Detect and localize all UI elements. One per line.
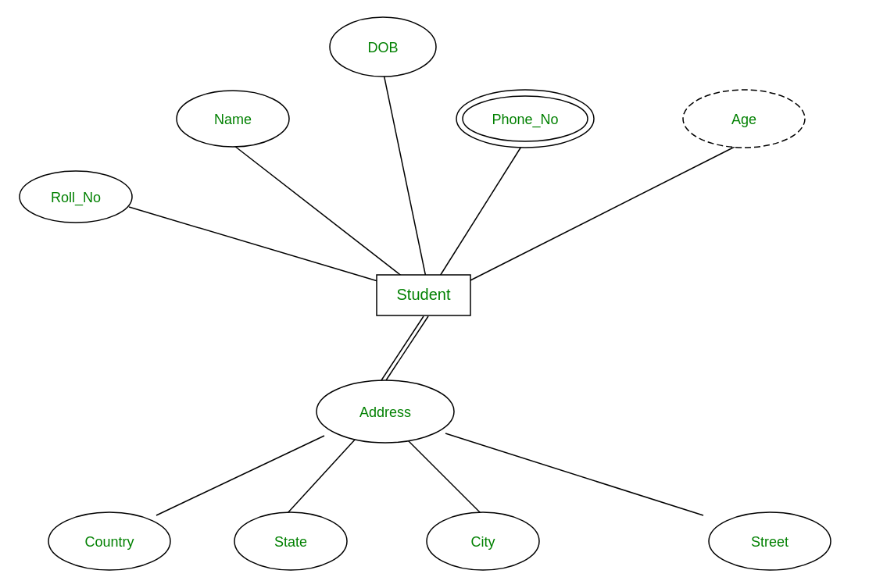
address-label: Address: [359, 404, 411, 420]
state-label: State: [274, 534, 307, 550]
line-student-rollno: [129, 207, 383, 283]
age-label: Age: [731, 112, 756, 127]
line-student-phone: [438, 143, 524, 280]
line-student-address-1: [381, 316, 424, 380]
line-address-street: [445, 433, 703, 515]
line-student-dob: [383, 70, 426, 277]
phone-label: Phone_No: [492, 112, 558, 128]
line-student-address-2: [386, 316, 428, 380]
line-address-state: [288, 439, 356, 513]
street-label: Street: [751, 534, 789, 550]
line-address-city: [406, 439, 481, 513]
country-label: Country: [84, 534, 134, 550]
line-student-name: [231, 143, 406, 280]
city-label: City: [471, 534, 495, 550]
line-address-country: [156, 436, 324, 515]
student-label: Student: [397, 286, 451, 303]
name-label: Name: [214, 112, 252, 127]
rollno-label: Roll_No: [51, 190, 101, 206]
dob-label: DOB: [367, 40, 398, 55]
